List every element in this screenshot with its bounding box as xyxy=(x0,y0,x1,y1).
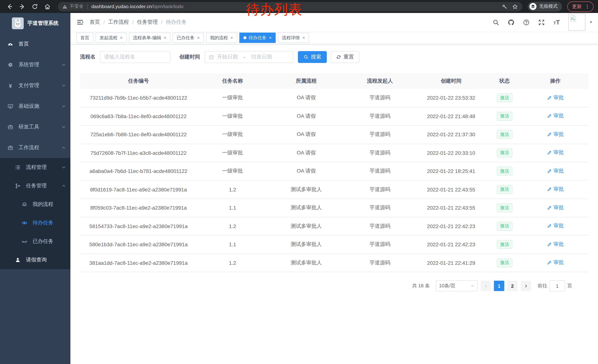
navbar-actions: TT xyxy=(492,14,593,31)
cell-starter: 芋道源码 xyxy=(344,205,415,211)
forward-icon[interactable] xyxy=(19,3,25,10)
user-menu[interactable] xyxy=(568,14,593,31)
tab-label: 流程详情 xyxy=(282,35,300,41)
cell-process: 测试多审批人 xyxy=(268,186,344,193)
next-page-button[interactable] xyxy=(521,281,531,291)
tab-form-edit[interactable]: 流程表单-编辑× xyxy=(129,32,170,43)
back-icon[interactable] xyxy=(6,3,13,10)
tab-home[interactable]: 首页 xyxy=(76,32,93,43)
reset-button[interactable]: 重置 xyxy=(331,51,359,63)
avatar[interactable] xyxy=(568,14,585,31)
prev-page-button[interactable] xyxy=(481,281,491,291)
cell-action: 审批 xyxy=(522,94,588,101)
table-row: a6aba0a4-7b6d-11ec-b781-acde48001122一级审批… xyxy=(80,162,588,180)
breadcrumb-item[interactable]: 任务管理 xyxy=(137,19,158,25)
sidebar-item-workflow[interactable]: 工作流程 xyxy=(0,138,70,158)
approve-link[interactable]: 审批 xyxy=(547,186,564,193)
search-button[interactable]: 搜索 xyxy=(298,51,327,63)
question-icon[interactable] xyxy=(523,19,530,26)
cell-status: 激活 xyxy=(487,222,522,231)
close-icon[interactable]: × xyxy=(302,36,305,40)
chevron-up-icon xyxy=(61,146,66,150)
cell-task-name: 一级审批 xyxy=(197,150,268,156)
approve-link[interactable]: 审批 xyxy=(547,204,564,211)
reload-icon[interactable] xyxy=(32,3,38,10)
sidebar-item-task-management[interactable]: 任务管理 xyxy=(0,177,70,195)
caret-down-icon[interactable] xyxy=(589,20,593,24)
table-row: 725a1eb6-7b88-11ec-8ef0-acde48001122一级审批… xyxy=(80,125,588,144)
close-icon[interactable]: × xyxy=(269,36,272,40)
url-text[interactable]: dashboard.yudao.iocoder.cn/bpm/task/todo xyxy=(91,4,183,9)
tab-todo-tasks[interactable]: 待办任务× xyxy=(239,32,276,43)
approve-link[interactable]: 审批 xyxy=(547,131,564,138)
sidebar-item-system-management[interactable]: 系统管理 xyxy=(0,54,70,75)
breadcrumb: 首页/工作流程/任务管理/待办任务 xyxy=(90,19,187,25)
date-range-input[interactable]: 开始日期 - 结束日期 xyxy=(205,51,293,63)
cell-task-name: 1.2 xyxy=(197,260,268,266)
tab-process-detail[interactable]: 流程详情× xyxy=(278,32,309,43)
approve-link[interactable]: 审批 xyxy=(547,259,564,266)
todo-table: 任务编号任务名称所属流程流程发起人创建时间状态操作 73211d9d-7b9b-… xyxy=(80,73,588,272)
star-icon[interactable] xyxy=(512,4,518,9)
approve-link[interactable]: 审批 xyxy=(547,168,564,174)
close-icon[interactable]: × xyxy=(120,36,123,40)
update-button[interactable]: 更新 xyxy=(567,1,594,12)
goto-page-input[interactable]: 1 xyxy=(549,280,565,291)
sidebar-item-my-process[interactable]: 我的流程 xyxy=(0,195,70,214)
tab-my-process[interactable]: 我的流程× xyxy=(206,32,237,43)
sidebar-item-label: 待办任务 xyxy=(33,219,53,226)
cell-action: 审批 xyxy=(522,259,588,267)
fullscreen-icon[interactable] xyxy=(538,19,545,26)
page-button-1[interactable]: 1 xyxy=(494,281,504,291)
sidebar-logo[interactable]: 芋道管理系统 xyxy=(0,13,70,34)
approve-link[interactable]: 审批 xyxy=(547,223,564,229)
sidebar-item-process-management[interactable]: 流程管理 xyxy=(0,158,70,177)
address-bar[interactable]: 不安全 dashboard.yudao.iocoder.cn/bpm/task/… xyxy=(58,2,523,11)
security-label[interactable]: 不安全 xyxy=(70,3,83,10)
more-vertical-icon[interactable] xyxy=(585,4,590,9)
sidebar-item-home[interactable]: 首页 xyxy=(0,34,70,54)
chevron-down-icon xyxy=(61,125,66,129)
sidebar-item-leave-query[interactable]: 请假查询 xyxy=(0,251,70,269)
edit-icon xyxy=(547,95,552,100)
edit-icon xyxy=(547,132,552,137)
chevron-down-icon xyxy=(61,165,66,170)
sidebar-item-todo-tasks[interactable]: 待办任务 xyxy=(0,214,70,232)
home-icon[interactable] xyxy=(44,3,51,10)
github-icon[interactable] xyxy=(507,19,515,26)
breadcrumb-item[interactable]: 首页 xyxy=(90,19,100,25)
close-icon[interactable]: × xyxy=(164,36,166,40)
total-count: 共 16 条 xyxy=(412,283,430,289)
close-icon[interactable]: × xyxy=(231,36,233,40)
navbar: 首页/工作流程/任务管理/待办任务 TT xyxy=(70,13,598,32)
sidebar-item-payment-management[interactable]: ¥支付管理 xyxy=(0,75,70,96)
cell-task-id: 725a1eb6-7b88-11ec-8ef0-acde48001122 xyxy=(80,132,197,138)
approve-link[interactable]: 审批 xyxy=(547,94,564,101)
approve-link[interactable]: 审批 xyxy=(547,149,564,156)
sidebar-item-dev-tools[interactable]: 研发工具 xyxy=(0,117,70,138)
key-icon[interactable] xyxy=(502,4,507,9)
cell-status: 激活 xyxy=(487,130,522,139)
tab-start-process[interactable]: 发起流程× xyxy=(96,32,127,43)
process-name-input[interactable]: 请输入流程名 xyxy=(100,51,170,63)
approve-link[interactable]: 审批 xyxy=(547,241,564,248)
chevron-down-icon xyxy=(61,83,66,88)
goto-unit: 页 xyxy=(567,283,572,289)
page-size-select[interactable]: 10条/页 xyxy=(436,280,478,291)
approve-link[interactable]: 审批 xyxy=(547,113,564,119)
search-icon[interactable] xyxy=(492,19,499,26)
sidebar-item-done-tasks[interactable]: 已办任务 xyxy=(0,232,70,251)
close-icon[interactable]: × xyxy=(197,36,200,40)
hamburger-icon[interactable] xyxy=(76,18,84,26)
cell-create-time: 2022-01-21 22:43:55 xyxy=(415,187,487,193)
cell-action: 审批 xyxy=(522,223,588,230)
status-badge: 激活 xyxy=(497,185,512,194)
sidebar-item-infrastructure[interactable]: 基础设施 xyxy=(0,96,70,117)
breadcrumb-item: 待办任务 xyxy=(166,19,187,25)
page-button-2[interactable]: 2 xyxy=(507,281,518,291)
breadcrumb-item[interactable]: 工作流程 xyxy=(108,19,129,25)
fontsize-icon[interactable]: TT xyxy=(553,19,560,26)
goto-label: 前往 xyxy=(538,283,547,289)
tab-done-tasks[interactable]: 已办任务× xyxy=(173,32,204,43)
cell-status: 激活 xyxy=(487,203,522,212)
